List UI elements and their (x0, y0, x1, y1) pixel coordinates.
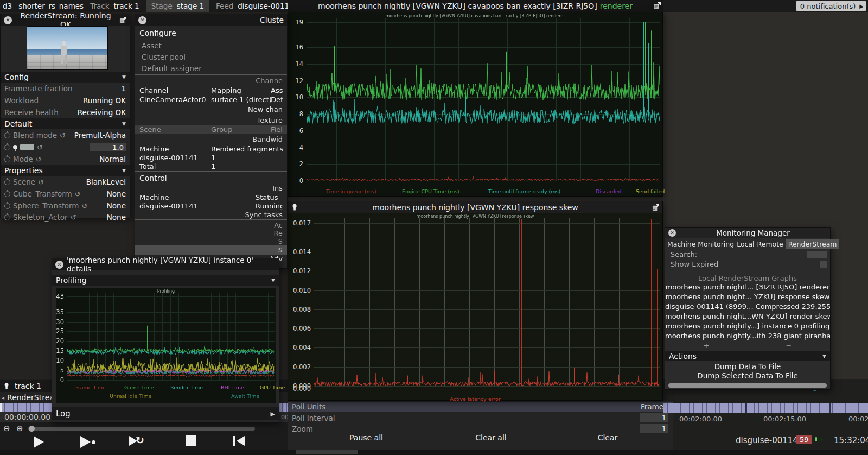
project-name[interactable]: shorter_rs_names (18, 2, 84, 10)
properties-section-header[interactable]: Properties ▼ (1, 165, 130, 176)
monitoring-scrollbar[interactable] (668, 383, 827, 388)
row-value[interactable]: None (107, 213, 126, 222)
channel-table-row[interactable]: CineCameraActor0 surface 1 (direct) Defa (135, 95, 287, 104)
row-value[interactable]: Normal (99, 155, 126, 163)
tab-remote[interactable]: Remote (757, 240, 783, 248)
truncated-row-selected[interactable]: S (135, 245, 287, 255)
row-value[interactable]: None (107, 189, 126, 198)
config-section-header[interactable]: Config ▼ (1, 72, 130, 83)
collapse-icon[interactable]: ◂ (2, 395, 4, 401)
close-icon[interactable]: ✕ (4, 16, 12, 24)
menu-item-asset[interactable]: Asset (135, 40, 287, 51)
close-icon[interactable]: ✕ (138, 16, 146, 24)
clear-button[interactable]: Clear (586, 433, 629, 442)
undo-icon[interactable]: ↺ (81, 203, 87, 210)
timeline-ruler-right[interactable] (663, 403, 868, 413)
timeline-zoom-slider[interactable] (28, 427, 255, 431)
notifications-button[interactable]: 0 notification(s) ▶ (796, 1, 866, 11)
graph-list-item[interactable]: moorhens punch nightl... [3IZR RJ5O] ren… (665, 283, 830, 293)
stop-button[interactable] (186, 435, 196, 446)
graph-list-item[interactable]: disguise-001141 (8999... Compressed 239.… (665, 302, 830, 312)
editor-icon[interactable] (652, 204, 659, 211)
machine-table-row[interactable]: Total 1 ( (135, 162, 287, 170)
actions-section-header[interactable]: Actions ▼ (665, 351, 830, 361)
zoom-in-icon[interactable]: ⊕ (16, 424, 23, 433)
graph-list-item[interactable]: moorhens punch night...WN YZKU] render s… (665, 312, 830, 322)
search-input[interactable] (807, 251, 827, 258)
show-expired-checkbox[interactable] (820, 261, 827, 268)
stopwatch-icon[interactable] (4, 203, 10, 209)
stopwatch-icon[interactable] (4, 156, 10, 162)
undo-icon[interactable]: ↺ (71, 214, 76, 221)
dump-selected-button[interactable]: Dump Selected Data To File (665, 371, 830, 381)
machine-table-row[interactable]: disguise-001141 1 ( (135, 153, 287, 162)
sync-tasks-label[interactable]: Sync tasks (135, 210, 287, 219)
color-swatch[interactable] (20, 144, 34, 150)
graph-list-item[interactable]: moorhens punch night... YZKU] response s… (665, 293, 830, 302)
loop-button[interactable]: ↻ (129, 436, 137, 448)
undo-icon[interactable]: ↺ (38, 179, 44, 186)
log-section-header[interactable]: Log ▶ (52, 407, 279, 420)
row-value[interactable]: None (107, 201, 126, 210)
play-from-button[interactable] (80, 436, 91, 450)
graph-list-item[interactable]: moorhens punch nightly...] instance 0 pr… (665, 322, 830, 332)
row-value[interactable]: Premult-Alpha (74, 131, 126, 140)
row-value[interactable]: 1 (121, 84, 126, 93)
profiling-section-header[interactable]: Profiling ▼ (52, 275, 279, 286)
pause-all-button[interactable]: Pause all (339, 433, 393, 442)
zoom-out-icon[interactable]: ⊖ (3, 424, 10, 433)
tab-renderstream[interactable]: RenderStream (786, 239, 839, 249)
stage-segment[interactable]: Stage stage 1 (146, 0, 209, 12)
y-tick-label: 30 (56, 319, 64, 325)
keyhole-icon[interactable] (292, 204, 298, 211)
h-scrollbar-thumb[interactable] (296, 450, 358, 454)
alpha-value-input[interactable]: 1.0 (90, 143, 126, 151)
undo-icon[interactable]: ↺ (37, 144, 43, 151)
skew-chart-panel: moorhens punch nightly [VGWN YZKU] respo… (288, 201, 663, 401)
slider-handle[interactable] (29, 426, 35, 432)
undo-icon[interactable]: ↺ (75, 191, 81, 198)
stopwatch-icon[interactable] (4, 132, 10, 138)
poll-zoom-input[interactable]: 1 (640, 424, 668, 433)
tab-local[interactable]: Local (737, 240, 754, 248)
add-button[interactable]: + (665, 342, 748, 350)
menu-item-default-assigner[interactable]: Default assigner (135, 62, 287, 74)
close-icon[interactable]: ✕ (55, 261, 63, 269)
track-name[interactable]: track 1 (15, 382, 41, 390)
poll-units-row[interactable]: Poll Units Frames (288, 402, 673, 412)
poll-zoom-label: Zoom (292, 425, 313, 433)
app-logo[interactable]: d3 (3, 2, 12, 10)
stopwatch-icon[interactable] (4, 191, 10, 197)
expand-arrow-icon[interactable]: ▶ (859, 3, 864, 9)
status-table-row[interactable]: disguise-001141 Running C (135, 201, 287, 210)
status-badge[interactable]: 59 (796, 435, 812, 444)
tab-machine-monitoring[interactable]: Machine Monitoring (667, 240, 734, 248)
new-channel-button[interactable]: New chan (135, 104, 287, 114)
editor-icon[interactable] (119, 17, 126, 24)
undo-icon[interactable]: ↺ (36, 156, 42, 163)
keyhole-icon[interactable] (4, 382, 10, 390)
legend-item: Time until frame ready (ms) (488, 188, 560, 194)
bottom-scroll-strip[interactable] (0, 450, 868, 455)
close-icon[interactable]: ✕ (668, 229, 676, 237)
details-panel-title: 'moorhens punch nightly [VGWN YZKU] inst… (67, 256, 276, 273)
editor-icon[interactable] (653, 2, 661, 10)
graph-list-item[interactable]: moorhens punch nightly...ith 238 giant p… (665, 332, 830, 342)
undo-icon[interactable]: ↺ (60, 132, 66, 139)
menu-item-cluster-pool[interactable]: Cluster pool (135, 51, 287, 62)
scene-header-row[interactable]: Scene Group Field (135, 125, 287, 134)
stopwatch-icon[interactable] (4, 144, 10, 150)
poll-interval-input[interactable]: 1 (640, 413, 668, 422)
stopwatch-icon[interactable] (4, 179, 10, 185)
renderer-chart-titlebar[interactable]: moorhens punch nightly [VGWN YZKU] cavap… (288, 0, 663, 12)
play-button[interactable] (34, 436, 44, 448)
default-section-header[interactable]: Default ▼ (1, 118, 130, 129)
remove-button[interactable]: − (748, 342, 830, 350)
dump-data-button[interactable]: Dump Data To File (665, 362, 830, 371)
track-menu[interactable]: track 1 (113, 2, 139, 10)
clear-all-button[interactable]: Clear all (464, 433, 518, 442)
render-preview-thumbnail[interactable] (27, 26, 108, 70)
stage-menu[interactable]: stage 1 (177, 2, 204, 10)
stopwatch-icon[interactable] (4, 214, 10, 220)
row-value[interactable]: BlankLevel (86, 178, 126, 186)
